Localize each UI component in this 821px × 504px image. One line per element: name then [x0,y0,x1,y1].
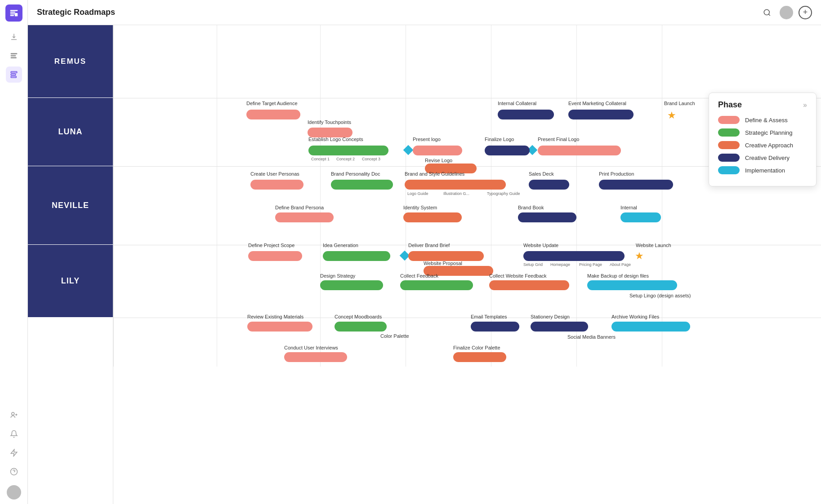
label-idea-generation: Idea Generation [323,243,358,248]
bar-design-strategy[interactable] [320,280,383,290]
bar-identity-system[interactable] [403,212,462,222]
bar-project-scope[interactable] [248,251,302,261]
label-brand-book: Brand Book [518,205,544,210]
label-identity-system: Identity System [403,205,437,210]
legend-item-define: Define & Assess [718,116,807,124]
legend-color-strategic [718,128,740,137]
bar-print-production[interactable] [599,180,673,190]
svg-rect-6 [11,76,16,78]
legend-item-implementation: Implementation [718,166,807,174]
label-brand-launch: Brand Launch [664,101,695,106]
label-archive: Archive Working Files [611,314,659,319]
user-avatar[interactable] [7,485,21,500]
svg-marker-8 [11,450,17,456]
label-internal-collateral: Internal Collateral [498,101,536,106]
bar-email-templates[interactable] [471,322,519,332]
bar-identify-touchpoints[interactable] [308,128,352,137]
sidebar [0,0,28,504]
search-button[interactable] [760,5,774,20]
help-icon[interactable] [6,464,22,480]
label-finalize-logo: Finalize Logo [485,137,514,142]
svg-rect-3 [11,57,16,58]
content-area: REMUS LUNA NEVILLE LILY [28,25,821,504]
bar-define-target[interactable] [246,110,300,119]
legend-popup: Phase » Define & Assess Strategic Planni… [709,93,817,186]
label-present-final-logo: Present Final Logo [538,137,579,142]
milestone-diamond-1[interactable] [403,145,414,155]
label-user-personas: Create User Personas [250,171,299,177]
bell-icon[interactable] [6,426,22,442]
bar-collect-feedback[interactable] [400,280,473,290]
topbar: Strategic Roadmaps + [28,0,821,25]
list-tasks-icon[interactable] [6,48,22,64]
bar-website-update[interactable] [523,251,625,261]
lane-label-luna: LUNA [28,98,113,166]
legend-expand-icon[interactable]: » [803,101,807,109]
download-icon[interactable] [6,29,22,45]
bar-brand-personality[interactable] [331,180,393,190]
bar-present-final-logo[interactable] [538,146,621,155]
label-email-templates: Email Templates [471,314,507,319]
bar-brand-book[interactable] [518,212,576,222]
svg-rect-1 [11,53,17,54]
legend-color-implementation [718,166,740,174]
svg-rect-0 [14,13,17,16]
label-deliver-brief: Deliver Brand Brief [408,243,450,248]
add-button[interactable]: + [799,6,812,19]
bar-stationery[interactable] [531,322,588,332]
sub-illustration: Illustration G... [443,191,469,196]
bar-user-interviews[interactable] [284,352,347,362]
bar-deliver-brief[interactable] [408,251,484,261]
bar-user-personas[interactable] [250,180,303,190]
lanes-labels: REMUS LUNA NEVILLE LILY [28,25,113,504]
bar-brand-style[interactable] [405,180,506,190]
milestone-website-launch[interactable]: ★ [635,251,644,261]
label-review-materials: Review Existing Materials [247,314,303,319]
bar-moodboards[interactable] [335,322,387,332]
bar-finalize-logo[interactable] [485,146,530,155]
bar-sales-deck[interactable] [529,180,569,190]
bar-internal[interactable] [620,212,661,222]
milestone-brand-launch[interactable]: ★ [667,111,676,120]
bar-backup[interactable] [587,280,677,290]
label-collect-feedback: Collect Feedback [400,273,438,279]
legend-item-creative-approach: Creative Approach [718,141,807,149]
roadmap-icon[interactable] [6,66,22,83]
bar-brand-persona[interactable] [275,212,334,222]
bar-establish-logo[interactable] [308,146,388,155]
svg-point-11 [764,9,769,15]
bar-finalize-color[interactable] [453,352,506,362]
bar-collect-website-feedback[interactable] [489,280,569,290]
bar-present-logo[interactable] [413,146,462,155]
label-setup-lingo: Setup Lingo (design assets) [629,293,691,298]
legend-item-creative-delivery: Creative Delivery [718,154,807,162]
svg-rect-4 [11,71,17,73]
label-establish-logo: Establish Logo Concepts [308,137,363,142]
user-profile-avatar[interactable] [780,6,793,19]
lane-label-neville: NEVILLE [28,166,113,245]
sub-about: About Page [610,262,631,267]
lane-label-remus: REMUS [28,25,113,98]
bar-archive[interactable] [611,322,690,332]
label-sales-deck: Sales Deck [529,171,554,177]
label-finalize-color: Finalize Color Palette [453,345,500,350]
bar-event-marketing[interactable] [568,110,634,119]
label-color-palette: Color Palette [380,333,409,339]
sub-concept3: Concept 3 [362,157,380,161]
legend-color-define [718,116,740,124]
person-add-icon[interactable] [6,407,22,423]
bar-internal-collateral[interactable] [498,110,554,119]
svg-rect-5 [11,74,16,75]
label-website-launch: Website Launch [636,243,671,248]
gantt-area[interactable]: Define Target Audience Identify Touchpoi… [113,25,821,504]
label-social-media: Social Media Banners [567,334,616,340]
bar-idea-generation[interactable] [323,251,390,261]
main-area: Strategic Roadmaps + REMUS LUNA NEVILLE … [28,0,821,504]
sub-concept2: Concept 2 [336,157,355,161]
app-logo[interactable] [5,4,22,22]
label-website-proposal: Website Proposal [424,261,462,266]
lightning-icon[interactable] [6,445,22,461]
bar-review-materials[interactable] [247,322,312,332]
label-collect-website-feedback: Collect Website Feedback [489,273,547,279]
sub-homepage: Homepage [550,262,570,267]
